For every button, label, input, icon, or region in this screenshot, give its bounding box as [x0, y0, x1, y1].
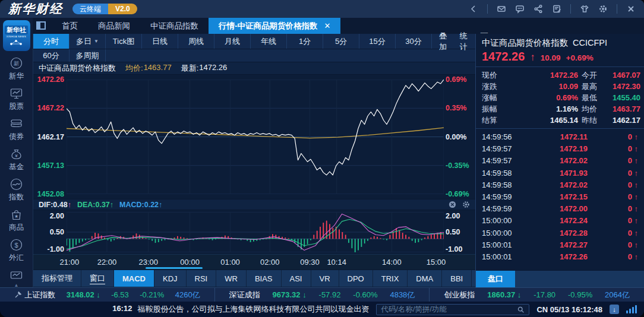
- pankou-tab[interactable]: 盘口: [476, 271, 515, 287]
- period-button-周线[interactable]: 周线: [178, 34, 214, 49]
- tick-list[interactable]: 14:59:561472.110 ↑14:59:571472.190 ↑14:5…: [476, 129, 644, 270]
- sidebar-item-xinhua[interactable]: 新新华: [9, 56, 24, 81]
- period-button-年线[interactable]: 年线: [251, 34, 287, 49]
- commodity-icon: ★: [10, 208, 23, 221]
- index-change: -17.80: [533, 290, 555, 299]
- indicator-tab-DMA[interactable]: DMA: [408, 270, 442, 287]
- indicator-settings-gear-icon[interactable]: [462, 201, 470, 208]
- index-change-pct: -0.60%: [353, 290, 377, 299]
- indicator-tab-TRIX[interactable]: TRIX: [373, 270, 408, 287]
- period-button-日线[interactable]: 日线: [142, 34, 178, 49]
- chart-action-统计[interactable]: 统计: [460, 31, 469, 52]
- chart-scrollbar[interactable]: [146, 267, 202, 269]
- instrument-name: 中证商品期货价格指数: [39, 63, 116, 74]
- intraday-chart[interactable]: 1472.261467.221462.171457.131452.080.69%…: [33, 75, 475, 199]
- indicator-tab-RSI[interactable]: RSI: [187, 270, 217, 287]
- indicator-tab-指标管理[interactable]: 指标管理: [33, 270, 81, 287]
- symbol-search-box[interactable]: [376, 304, 529, 315]
- indicator-tab-VR[interactable]: VR: [311, 270, 339, 287]
- tick-row[interactable]: 15:00:001472.280 ↑: [482, 227, 638, 239]
- board-icon: [10, 268, 23, 282]
- index-group-深证成指[interactable]: 深证成指9673.32 ↓-57.92-0.60%4838亿: [214, 288, 430, 302]
- indicator-tab-窗口[interactable]: 窗口: [81, 270, 114, 287]
- sidebar-item-commodity[interactable]: ★商品: [9, 208, 24, 233]
- period-button-多日[interactable]: 多日▼: [70, 34, 106, 49]
- period-button-Tick图[interactable]: Tick图: [106, 34, 142, 49]
- tick-volume: 0 ↑: [588, 239, 638, 251]
- tick-row[interactable]: 14:59:571472.190 ↑: [482, 143, 638, 155]
- period-button-多周期[interactable]: 多周期: [70, 49, 106, 62]
- back-icon[interactable]: [469, 4, 478, 14]
- pin-icon[interactable]: [14, 291, 22, 299]
- mail-icon[interactable]: [497, 4, 506, 14]
- download-icon[interactable]: ↓: [610, 305, 619, 314]
- chart-action-叠加[interactable]: 叠加: [439, 31, 448, 52]
- period-button-月线[interactable]: 月线: [214, 34, 251, 49]
- message-icon[interactable]: [515, 4, 525, 14]
- indicator-tab-DPO[interactable]: DPO: [339, 270, 373, 287]
- indicator-tab-BIAS[interactable]: BIAS: [247, 270, 282, 287]
- symbol-search-input[interactable]: [381, 305, 513, 313]
- indicator-tab-MACD[interactable]: MACD: [114, 270, 154, 287]
- indicator-tab-KDJ[interactable]: KDJ: [154, 270, 187, 287]
- close-indicator-icon[interactable]: [449, 201, 456, 208]
- close-icon[interactable]: [626, 4, 636, 14]
- tab-close-icon[interactable]: ✕: [324, 21, 331, 30]
- quote-label: 涨跌: [482, 81, 506, 92]
- index-group-创业板指[interactable]: 创业板指1860.37 ↓-17.80-0.95%2064亿: [429, 288, 644, 302]
- xinhua-news-logo[interactable]: 新华社 XINHUA NEWS: [3, 20, 30, 51]
- indicator-tab-ASI[interactable]: ASI: [282, 270, 311, 287]
- sidebar-item-board[interactable]: [10, 268, 23, 282]
- tick-row[interactable]: 14:59:581471.930 ↑: [482, 167, 638, 179]
- sidebar-item-label: 股票: [9, 102, 24, 112]
- index-group-上证指数[interactable]: 上证指数3148.02 ↓-6.53-0.21%4260亿: [0, 288, 214, 302]
- tick-row[interactable]: 14:59:591472.150 ↑: [482, 191, 638, 203]
- tab-1[interactable]: 商品新闻: [88, 18, 140, 34]
- tick-row[interactable]: 14:59:581472.020 ↑: [482, 179, 638, 191]
- period-button-60分[interactable]: 60分: [33, 49, 70, 62]
- settings-icon[interactable]: [598, 4, 608, 14]
- theme-icon[interactable]: [580, 4, 589, 14]
- tick-row[interactable]: 14:59:571472.020 ↑: [482, 155, 638, 167]
- tick-row[interactable]: 14:59:591472.000 ↑: [482, 203, 638, 215]
- share-icon[interactable]: [533, 4, 543, 14]
- period-button-分时[interactable]: 分时: [33, 34, 70, 49]
- tick-volume: 0 ↑: [588, 251, 638, 263]
- sidebar-item-index[interactable]: 指数: [9, 177, 24, 202]
- note-icon[interactable]: [552, 4, 561, 14]
- tick-row[interactable]: 15:00:001472.240 ↑: [482, 215, 638, 227]
- tab-0[interactable]: 首页: [52, 18, 88, 34]
- scroll-up-icon[interactable]: ▲: [14, 283, 19, 287]
- indicator-tab-BBI[interactable]: BBI: [442, 270, 472, 287]
- quote-value: 1463.77: [613, 103, 640, 115]
- axis-label: -0.69%: [446, 190, 469, 198]
- price-plot[interactable]: [67, 80, 444, 194]
- tick-up-arrow-icon: ↑: [634, 229, 639, 237]
- indicator-tab-WR[interactable]: WR: [216, 270, 247, 287]
- sidebar-item-bond[interactable]: 债券: [9, 117, 24, 142]
- time-axis: 21:0022:0023:0000:0001:0002:0009:3010:14…: [33, 254, 475, 270]
- news-ticker[interactable]: 16:12 福鞍股份公告，公司拟与上海集铁网络科技有限公司共同以现金出资: [112, 304, 369, 315]
- sidebar-scroll-arrows[interactable]: ▲ ▼: [14, 283, 19, 287]
- period-button-1分[interactable]: 1分: [287, 34, 323, 49]
- tick-time: 15:00:01: [482, 251, 528, 263]
- tick-row[interactable]: 15:00:011472.270 ↑: [482, 239, 638, 251]
- layout-icon[interactable]: [36, 21, 46, 30]
- search-icon[interactable]: [517, 306, 525, 313]
- period-button-30分[interactable]: 30分: [396, 34, 432, 49]
- macd-plot[interactable]: [67, 212, 444, 252]
- period-button-5分[interactable]: 5分: [323, 34, 359, 49]
- tab-3[interactable]: 行情-中证商品期货价格指数✕: [209, 18, 340, 34]
- tick-row[interactable]: 15:00:011472.260 ↑: [482, 251, 638, 263]
- period-button-15分[interactable]: 15分: [359, 34, 396, 49]
- version-badges: 云终端 V2.0: [72, 4, 137, 14]
- sidebar-item-label: 商品: [9, 223, 24, 233]
- quote-label: 涨幅: [482, 92, 506, 103]
- tick-row[interactable]: 14:59:561472.110 ↑: [482, 131, 638, 143]
- window-controls: [469, 0, 644, 18]
- sidebar-item-fund[interactable]: ¥基金: [9, 147, 24, 172]
- sidebar-item-forex[interactable]: $外汇: [9, 238, 24, 263]
- sidebar-item-stock[interactable]: 股票: [9, 87, 24, 112]
- tab-2[interactable]: 中证商品指数: [140, 18, 209, 34]
- macd-chart[interactable]: 2.002.000.500.50-1.00-1.00: [33, 210, 475, 254]
